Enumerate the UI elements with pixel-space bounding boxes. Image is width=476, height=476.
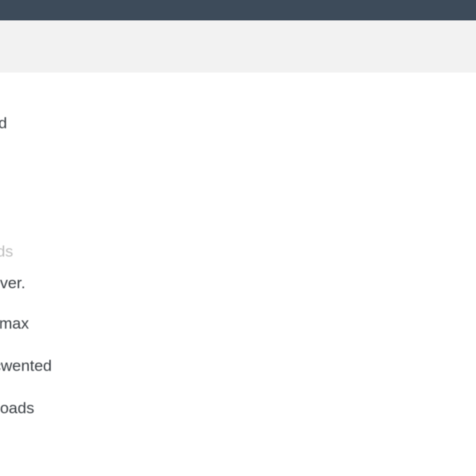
spacer	[0, 140, 476, 182]
spacer	[0, 340, 476, 349]
sidebar-item-iland[interactable]: ILand	[0, 106, 476, 140]
content-area: ILand oaB Reads leslover. Xinomax concwe…	[0, 73, 476, 476]
window-titlebar	[0, 0, 476, 20]
sidebar-item-concwented[interactable]: concwented	[0, 349, 476, 383]
sidebar-item-downloads[interactable]: ownloads	[0, 391, 476, 425]
spacer	[0, 298, 476, 306]
sidebar-item-xinomax[interactable]: Xinomax	[0, 306, 476, 340]
sidebar-section-heading-reads: Reads	[0, 234, 476, 268]
spacer	[0, 216, 476, 234]
sidebar: ILand oaB Reads leslover. Xinomax concwe…	[0, 106, 476, 425]
toolbar	[0, 20, 476, 73]
sidebar-item-leslover[interactable]: leslover.	[0, 268, 476, 298]
sidebar-item-oab[interactable]: oaB	[0, 182, 476, 216]
spacer	[0, 383, 476, 391]
